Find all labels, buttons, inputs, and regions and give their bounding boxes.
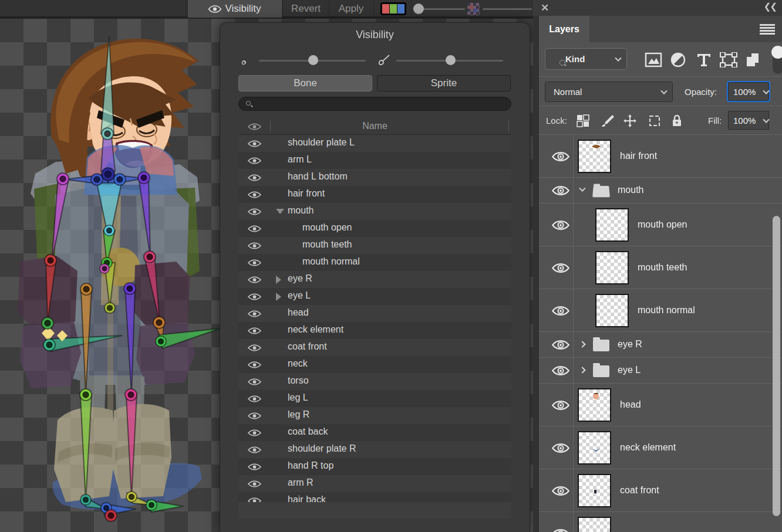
visibility-eye-toggle[interactable]	[248, 480, 261, 490]
visibility-eye-toggle[interactable]	[248, 259, 261, 269]
filter-smart-objects-icon[interactable]	[744, 52, 762, 67]
bone-row[interactable]: hand L bottom	[238, 169, 511, 186]
tab-bone[interactable]: Bone	[238, 75, 372, 92]
visibility-eye-toggle[interactable]	[248, 174, 261, 184]
bone-row[interactable]: head	[238, 305, 511, 322]
visibility-eye-toggle[interactable]	[248, 242, 261, 252]
collapse-panel-icon[interactable]: ❮❮	[764, 1, 776, 12]
close-icon[interactable]: ✕	[541, 2, 549, 14]
visibility-toggle-button[interactable]: Visibility	[188, 0, 282, 18]
bone-row[interactable]: coat front	[238, 339, 511, 356]
lock-position-move-icon[interactable]	[622, 114, 638, 128]
layer-thumbnail[interactable]	[578, 431, 611, 465]
layer-visibility-eye-toggle[interactable]	[552, 486, 569, 499]
lock-all-padlock-icon[interactable]	[669, 114, 685, 128]
tab-sprite[interactable]: Sprite	[377, 75, 511, 92]
filter-pixel-layers-icon[interactable]	[645, 52, 662, 67]
visibility-eye-toggle[interactable]	[248, 191, 261, 201]
filter-adjustment-layers-icon[interactable]	[669, 52, 687, 67]
layer-visibility-eye-toggle[interactable]	[552, 306, 569, 318]
layer-visibility-eye-toggle[interactable]	[552, 151, 569, 164]
bone-row[interactable]: neck element	[238, 322, 511, 339]
layer-row[interactable]: head	[539, 384, 782, 426]
bone-opacity-slider-knob[interactable]	[413, 4, 424, 14]
bone-row[interactable]: shoulder plate L	[238, 135, 511, 152]
panel-menu-icon[interactable]	[760, 24, 775, 26]
opacity-field[interactable]: 100%	[728, 82, 769, 101]
layer-thumbnail[interactable]	[595, 208, 629, 242]
visibility-eye-toggle[interactable]	[248, 344, 261, 354]
visibility-eye-toggle[interactable]	[248, 208, 261, 218]
layer-thumbnail[interactable]	[595, 294, 629, 327]
lock-artboard-icon[interactable]	[647, 114, 662, 128]
group-expand-chevron-icon[interactable]	[579, 367, 585, 373]
layer-thumbnail[interactable]	[578, 388, 611, 422]
visibility-eye-toggle[interactable]	[248, 395, 261, 405]
bone-row[interactable]: arm R	[238, 475, 511, 492]
lock-transparency-icon[interactable]	[575, 114, 591, 128]
bone-row[interactable]: neck	[238, 356, 511, 373]
expand-triangle-icon[interactable]	[276, 276, 281, 284]
layer-name-label[interactable]: mouth	[618, 185, 643, 195]
layer-visibility-eye-toggle[interactable]	[552, 443, 569, 456]
bone-row[interactable]: hair front	[238, 186, 511, 203]
filter-toggle[interactable]	[773, 47, 782, 74]
apply-button[interactable]: Apply	[330, 0, 372, 18]
layer-name-label[interactable]: coat front	[620, 485, 659, 496]
bone-row[interactable]: mouth	[238, 203, 511, 220]
visibility-eye-toggle[interactable]	[248, 276, 261, 286]
layer-row[interactable]: mouth open	[539, 204, 782, 246]
layer-name-label[interactable]: neck element	[620, 442, 676, 453]
visibility-eye-toggle[interactable]	[248, 378, 261, 388]
blend-mode-dropdown[interactable]: Normal	[545, 82, 673, 102]
layer-visibility-eye-toggle[interactable]	[552, 340, 569, 353]
bone-row[interactable]: torso	[238, 373, 511, 390]
layer-name-label[interactable]: mouth normal	[638, 305, 695, 316]
layer-name-label[interactable]: eye L	[618, 365, 641, 375]
layer-group-row[interactable]: eye R	[539, 332, 782, 358]
revert-button[interactable]: Revert	[284, 0, 328, 18]
collapse-triangle-icon[interactable]	[276, 209, 284, 214]
bone-display-slider-knob[interactable]	[308, 55, 318, 65]
group-expand-chevron-icon[interactable]	[579, 341, 585, 347]
layer-row[interactable]	[539, 512, 782, 532]
visibility-eye-toggle[interactable]	[248, 463, 261, 473]
bone-row[interactable]: shoulder plate R	[238, 441, 511, 458]
search-box[interactable]	[238, 97, 511, 111]
visibility-eye-toggle[interactable]	[248, 310, 261, 320]
layer-visibility-eye-toggle[interactable]	[552, 263, 569, 276]
visibility-eye-toggle[interactable]	[248, 293, 261, 303]
expand-triangle-icon[interactable]	[276, 293, 281, 301]
visibility-eye-toggle[interactable]	[248, 446, 261, 456]
layer-visibility-eye-toggle[interactable]	[552, 528, 569, 532]
visibility-eye-toggle[interactable]	[248, 140, 261, 150]
layer-name-label[interactable]: hair front	[620, 151, 657, 161]
group-collapse-chevron-icon[interactable]	[579, 185, 585, 192]
bone-row[interactable]: eye R	[238, 271, 511, 288]
bone-row[interactable]: eye L	[238, 288, 511, 305]
visibility-eye-toggle[interactable]	[248, 412, 261, 422]
sprite-opacity-slider[interactable]	[483, 8, 532, 10]
layer-row[interactable]: hair front	[539, 135, 782, 178]
layer-visibility-eye-toggle[interactable]	[552, 365, 569, 378]
bone-row[interactable]: arm L	[238, 152, 511, 169]
bone-opacity-slider[interactable]	[419, 8, 465, 10]
layer-row[interactable]: coat front	[539, 469, 782, 512]
sprite-display-slider-knob[interactable]	[446, 55, 456, 65]
bone-row[interactable]: leg R	[238, 407, 511, 424]
bone-row[interactable]: hand R top	[238, 458, 511, 475]
layer-name-label[interactable]: eye R	[618, 339, 642, 350]
kind-filter-dropdown[interactable]: Kind	[545, 48, 627, 70]
visibility-eye-toggle[interactable]	[248, 225, 261, 235]
layers-scrollbar-thumb[interactable]	[773, 216, 780, 516]
visibility-eye-toggle[interactable]	[248, 157, 261, 167]
visibility-eye-toggle[interactable]	[248, 327, 261, 337]
layer-thumbnail[interactable]	[578, 474, 611, 507]
lock-pixels-brush-icon[interactable]	[600, 114, 615, 128]
layer-group-row[interactable]: eye L	[539, 358, 782, 384]
layer-name-label[interactable]: head	[620, 399, 641, 410]
tab-layers[interactable]: Layers	[539, 16, 589, 42]
bone-row[interactable]: mouth normal	[238, 254, 511, 271]
bone-row[interactable]: mouth teeth	[238, 237, 511, 254]
layer-row[interactable]: mouth teeth	[539, 246, 782, 289]
